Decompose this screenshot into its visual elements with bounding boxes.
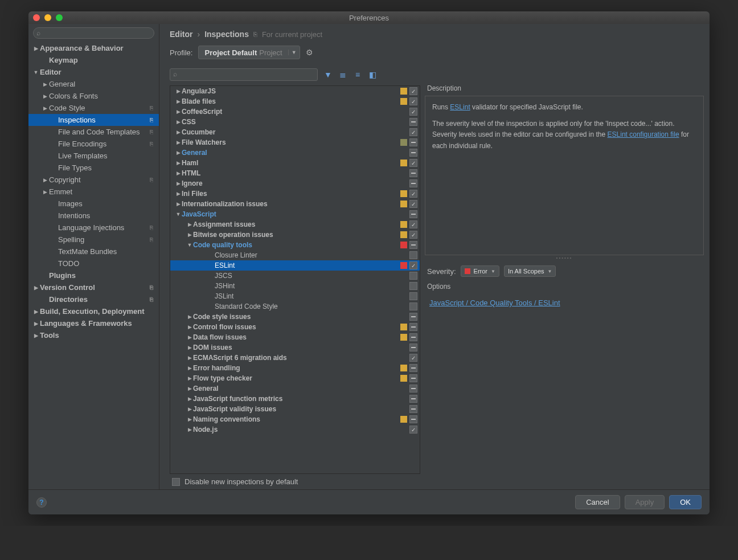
inspection-checkbox[interactable] (409, 179, 417, 187)
sidebar-item[interactable]: TODO (28, 257, 159, 269)
sidebar-item[interactable]: ▶Build, Execution, Deployment (28, 305, 159, 317)
tree-row[interactable]: ▶ECMAScript 6 migration aids (170, 353, 420, 363)
tree-row[interactable]: ▶Data flow issues (170, 332, 420, 342)
tree-row[interactable]: ▼JavaScript (170, 209, 420, 219)
tree-row[interactable]: ▶Flow type checker (170, 373, 420, 383)
sidebar-item[interactable]: Directories⎘ (28, 293, 159, 305)
filter-icon[interactable]: ▼ (323, 70, 333, 79)
tree-row[interactable]: JSCS (170, 271, 420, 281)
tree-row[interactable]: ▶Naming conventions (170, 414, 420, 424)
tree-row[interactable]: ▶Assignment issues (170, 219, 420, 230)
ok-button[interactable]: OK (669, 495, 702, 509)
inspection-checkbox[interactable] (409, 261, 417, 269)
inspection-checkbox[interactable] (409, 354, 417, 362)
inspection-checkbox[interactable] (409, 138, 417, 146)
eslint-link[interactable]: ESLint (450, 103, 470, 111)
inspection-checkbox[interactable] (409, 128, 417, 136)
tree-row[interactable]: ▶Cucumber (170, 127, 420, 137)
tree-row[interactable]: ▶Internationalization issues (170, 199, 420, 209)
sidebar-item[interactable]: File and Code Templates⎘ (28, 126, 159, 138)
tree-row[interactable]: Closure Linter (170, 250, 420, 260)
sidebar-item[interactable]: Keymap (28, 54, 159, 66)
tree-row[interactable]: ▶Haml (170, 158, 420, 168)
tree-row[interactable]: ▶Code style issues (170, 312, 420, 322)
tree-row[interactable]: ▶Ini Files (170, 189, 420, 199)
inspections-tree[interactable]: ▶AngularJS▶Blade files▶CoffeeScript▶CSS▶… (170, 85, 420, 474)
tree-row[interactable]: ▶AngularJS (170, 86, 420, 96)
tree-row[interactable]: Standard Code Style (170, 301, 420, 312)
sidebar-item[interactable]: File Encodings⎘ (28, 138, 159, 150)
sidebar-item[interactable]: ▶Tools (28, 329, 159, 341)
inspection-checkbox[interactable] (409, 108, 417, 116)
inspection-checkbox[interactable] (409, 210, 417, 218)
reset-icon[interactable]: ◧ (368, 70, 377, 79)
inspection-checkbox[interactable] (409, 200, 417, 208)
inspection-checkbox[interactable] (409, 272, 417, 280)
inspection-checkbox[interactable] (409, 385, 417, 393)
sidebar-item[interactable]: Language Injections⎘ (28, 222, 159, 234)
inspection-checkbox[interactable] (409, 364, 417, 372)
profile-combo[interactable]: Project DefaultProject ▼ (198, 46, 300, 59)
sidebar-item[interactable]: ▶Code Style⎘ (28, 102, 159, 114)
inspection-checkbox[interactable] (409, 313, 417, 321)
tree-row[interactable]: ▶Ignore (170, 178, 420, 189)
tree-row[interactable]: ▶Error handling (170, 363, 420, 373)
cancel-button[interactable]: Cancel (575, 495, 620, 509)
sidebar-search-input[interactable] (33, 27, 154, 39)
inspection-checkbox[interactable] (409, 159, 417, 167)
sidebar-item[interactable]: File Types (28, 162, 159, 174)
inspection-checkbox[interactable] (409, 323, 417, 331)
tree-row[interactable]: ▶HTML (170, 168, 420, 178)
sidebar-item[interactable]: TextMate Bundles (28, 246, 159, 257)
severity-combo[interactable]: Error ▼ (461, 265, 499, 277)
tree-row[interactable]: ▶General (170, 148, 420, 158)
inspection-checkbox[interactable] (409, 220, 417, 228)
sidebar-item[interactable]: Live Templates (28, 150, 159, 162)
sidebar-item[interactable]: ▶Copyright⎘ (28, 174, 159, 186)
apply-button[interactable]: Apply (625, 495, 665, 509)
options-link[interactable]: JavaScript / Code Quality Tools / ESLint (429, 299, 560, 307)
sidebar-item[interactable]: ▼Editor (28, 66, 159, 78)
inspection-checkbox[interactable] (409, 282, 417, 290)
tree-row[interactable]: JSHint (170, 281, 420, 291)
tree-row[interactable]: ▶General (170, 383, 420, 394)
help-button[interactable]: ? (36, 497, 47, 508)
inspection-checkbox[interactable] (409, 231, 417, 239)
inspection-checkbox[interactable] (409, 292, 417, 300)
inspection-checkbox[interactable] (409, 374, 417, 382)
inspection-checkbox[interactable] (409, 118, 417, 126)
sidebar-item[interactable]: Intentions (28, 210, 159, 222)
sidebar-item[interactable]: Inspections⎘ (28, 114, 159, 126)
sidebar-item[interactable]: Images (28, 198, 159, 210)
inspection-checkbox[interactable] (409, 251, 417, 259)
tree-row[interactable]: ▼Code quality tools (170, 240, 420, 250)
tree-row[interactable]: ▶JavaScript validity issues (170, 404, 420, 414)
tree-row[interactable]: JSLint (170, 291, 420, 301)
inspection-checkbox[interactable] (409, 190, 417, 198)
inspection-checkbox[interactable] (409, 333, 417, 341)
inspection-checkbox[interactable] (409, 169, 417, 177)
tree-row[interactable]: ▶Blade files (170, 96, 420, 107)
resize-grip[interactable]: •••••• (425, 255, 704, 260)
sidebar-item[interactable]: ▶Colors & Fonts (28, 90, 159, 102)
tree-row[interactable]: ▶Node.js (170, 424, 420, 435)
sidebar-item[interactable]: Plugins (28, 269, 159, 281)
inspection-checkbox[interactable] (409, 344, 417, 351)
sidebar-item[interactable]: ▶Version Control⎘ (28, 281, 159, 293)
inspection-checkbox[interactable] (409, 87, 417, 95)
inspection-checkbox[interactable] (409, 241, 417, 249)
tree-row[interactable]: ESLint (170, 260, 420, 271)
inspection-checkbox[interactable] (409, 149, 417, 157)
sidebar-item[interactable]: ▶General (28, 78, 159, 90)
inspection-checkbox[interactable] (409, 303, 417, 310)
tree-row[interactable]: ▶CoffeeScript (170, 107, 420, 117)
tree-row[interactable]: ▶Bitwise operation issues (170, 230, 420, 240)
tree-row[interactable]: ▶Control flow issues (170, 322, 420, 332)
sidebar-item[interactable]: Spelling⎘ (28, 234, 159, 246)
collapse-all-icon[interactable]: ≡ (353, 70, 362, 79)
tree-row[interactable]: ▶DOM issues (170, 342, 420, 353)
tree-row[interactable]: ▶JavaScript function metrics (170, 394, 420, 404)
gear-icon[interactable]: ⚙︎ (306, 48, 313, 57)
sidebar-item[interactable]: ▶Emmet (28, 186, 159, 198)
inspection-checkbox[interactable] (409, 426, 417, 434)
